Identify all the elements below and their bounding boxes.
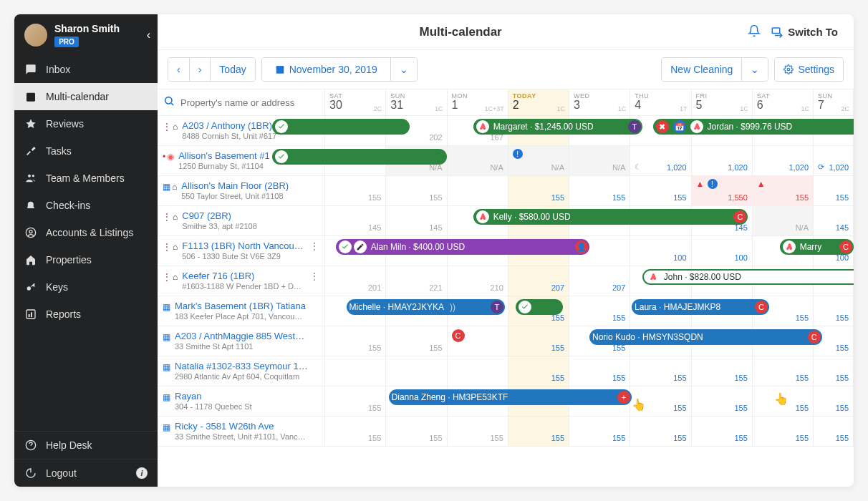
calendar-cell[interactable]: 201 [325, 266, 386, 296]
calendar-cell[interactable]: 155 [814, 296, 854, 326]
sidebar-item-tasks[interactable]: Tasks [14, 137, 158, 165]
calendar-cell[interactable]: 145 [814, 206, 854, 236]
calendar-cell[interactable]: 155 [814, 386, 854, 417]
sidebar-item-keys[interactable]: Keys [14, 273, 158, 301]
calendar-cell[interactable]: 155 [325, 417, 386, 447]
property-row[interactable]: ▦A203 / AnthMaggie 885 West…33 Smithe St… [158, 326, 325, 356]
today-button[interactable]: Today [210, 58, 254, 81]
calendar-cell[interactable]: 155 [569, 296, 630, 326]
property-row[interactable]: ▦⌂Allison's Main Floor (2BR)550 Taylor S… [158, 176, 325, 206]
calendar-cell[interactable]: 155 [569, 417, 630, 447]
calendar-cell[interactable]: 155 [508, 326, 569, 356]
new-cleaning-button[interactable]: New Cleaning [662, 58, 741, 81]
prev-button[interactable]: ‹ [168, 58, 189, 81]
sidebar-item-properties[interactable]: Properties [14, 246, 158, 273]
calendar-cell[interactable]: 155 [325, 386, 386, 417]
property-row[interactable]: ⋮⌂C907 (2BR)Smithe 33, apt #2108 [158, 206, 325, 236]
calendar-cell[interactable]: 155 [325, 326, 386, 356]
reservation-event[interactable]: Margaret · $1,245.00 USDT [473, 119, 642, 135]
reservation-event[interactable] [272, 119, 410, 135]
calendar-cell[interactable]: 155 [508, 356, 569, 386]
calendar-cell[interactable]: 155 [814, 176, 854, 206]
calendar-cell[interactable]: 155 [814, 417, 854, 447]
notifications-icon[interactable] [748, 24, 761, 39]
calendar-cell[interactable]: 100 [692, 236, 753, 266]
calendar-cell[interactable]: 1,020 [753, 146, 814, 176]
calendar-cell[interactable] [386, 356, 447, 386]
reservation-event[interactable]: Norio Kudo · HMSYN3SQDNC [589, 329, 822, 345]
calendar-cell[interactable]: 155 [630, 176, 691, 206]
calendar-cell[interactable]: 155 [448, 417, 508, 447]
sidebar-item-help-desk[interactable]: Help Desk [14, 431, 158, 459]
date-dropdown-icon[interactable]: ⌄ [390, 58, 417, 81]
calendar-cell[interactable]: 155 [692, 417, 753, 447]
reservation-event[interactable]: Michelle · HMAY2JKYKA))T [347, 299, 505, 315]
date-picker[interactable]: November 30, 2019 ⌄ [261, 57, 418, 82]
calendar-cell[interactable]: 155 [630, 386, 691, 417]
calendar-cell[interactable]: ▲155 [753, 176, 814, 206]
calendar-cell[interactable] [448, 356, 508, 386]
sidebar-item-check-ins[interactable]: Check-ins [14, 192, 158, 219]
calendar-cell[interactable]: ⟳1,020 [814, 146, 854, 176]
property-menu-icon[interactable]: ⋮ [309, 240, 319, 252]
sidebar-item-multi-calendar[interactable]: Multi-calendar [14, 83, 158, 110]
calendar-cell[interactable]: 155 [569, 356, 630, 386]
calendar-cell[interactable]: 155 [386, 176, 447, 206]
calendar-cell[interactable]: 155 [386, 326, 447, 356]
sidebar-item-reviews[interactable]: Reviews [14, 110, 158, 137]
property-row[interactable]: ▦Natalia #1302-833 Seymour 1…2980 Atlant… [158, 356, 325, 386]
reservation-event[interactable]: MarryC [780, 239, 854, 255]
calendar-cell[interactable]: 145 [386, 206, 447, 236]
calendar-cell[interactable]: 155 [753, 386, 814, 417]
search-input[interactable] [180, 97, 319, 108]
sidebar-item-inbox[interactable]: Inbox [14, 56, 158, 83]
info-icon[interactable]: i [136, 467, 148, 479]
property-menu-icon[interactable]: ⋮ [309, 271, 319, 282]
reservation-event[interactable] [272, 149, 447, 165]
sidebar-item-team-members[interactable]: Team & Members [14, 165, 158, 192]
profile[interactable]: Sharon Smith PRO ‹ [14, 14, 158, 56]
calendar-cell[interactable]: 155 [386, 417, 447, 447]
reservation-event[interactable]: John · $828.00 USD [642, 269, 854, 285]
calendar-cell[interactable]: 155 [630, 417, 691, 447]
sidebar-item-reports[interactable]: Reports [14, 301, 158, 328]
calendar-cell[interactable]: N/A [448, 146, 508, 176]
reservation-event[interactable]: Laura · HMAJEJMKP8C [632, 299, 769, 315]
calendar-cell[interactable] [448, 176, 508, 206]
calendar-cell[interactable] [325, 356, 386, 386]
calendar-cell[interactable]: 155 [630, 356, 691, 386]
calendar-cell[interactable]: 207 [508, 266, 569, 296]
reservation-event[interactable]: Alan Miln · $400.00 USD👤 [336, 239, 589, 255]
reservation-event[interactable] [516, 299, 563, 315]
settings-group[interactable]: Settings [774, 57, 844, 82]
reservation-event[interactable]: Kelly · $580.00 USDC [473, 209, 748, 225]
calendar-cell[interactable]: 210 [448, 266, 508, 296]
calendar-cell[interactable]: 155 [814, 356, 854, 386]
calendar-cell[interactable]: 155 [692, 356, 753, 386]
calendar-cell[interactable]: ▲!1,550 [692, 176, 753, 206]
calendar-cell[interactable]: 155 [692, 386, 753, 417]
sidebar-item-accounts-listings[interactable]: Accounts & Listings [14, 219, 158, 246]
property-row[interactable]: ⋮⌂Keefer 716 (1BR)#1603-1188 W Pender 1B… [158, 266, 325, 296]
reservation-event[interactable]: Dianna Zheng · HM3PE53KTF+ [389, 389, 632, 405]
calendar-cell[interactable]: 221 [386, 266, 447, 296]
calendar-cell[interactable]: 155 [508, 417, 569, 447]
calendar-cell[interactable]: 207 [569, 266, 630, 296]
reservation-event[interactable]: ✖📅Jordan · $999.76 USD [653, 119, 854, 135]
calendar-cell[interactable]: 155 [325, 176, 386, 206]
calendar-cell[interactable]: 1,020 [692, 146, 753, 176]
calendar-cell[interactable]: 155 [753, 417, 814, 447]
calendar-cell[interactable]: N/A [753, 206, 814, 236]
calendar-cell[interactable]: 100 [630, 236, 691, 266]
property-row[interactable]: ⋮⌂F1113 (1BR) North Vancouver506 - 1330 … [158, 236, 325, 266]
property-row[interactable]: ▦Mark's Basement (1BR) Tatiana183 Keefer… [158, 296, 325, 326]
sidebar-item-logout[interactable]: Logouti [14, 459, 158, 487]
calendar-cell[interactable]: 155 [569, 176, 630, 206]
calendar-cell[interactable]: ☾1,020 [630, 146, 691, 176]
switch-to-button[interactable]: Switch To [771, 26, 838, 39]
new-cleaning-dropdown-icon[interactable]: ⌄ [741, 58, 768, 81]
calendar-cell[interactable]: N/A [569, 146, 630, 176]
next-button[interactable]: › [189, 58, 211, 81]
calendar-cell[interactable]: 145 [325, 206, 386, 236]
collapse-sidebar-icon[interactable]: ‹ [147, 29, 150, 42]
